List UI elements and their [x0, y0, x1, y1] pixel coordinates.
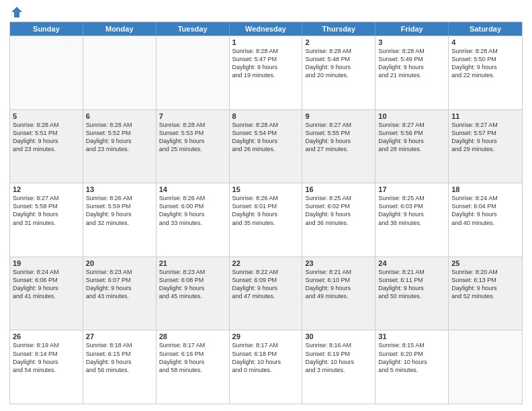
- day-number: 11: [451, 112, 519, 120]
- table-row: 29Sunrise: 8:17 AMSunset: 6:18 PMDayligh…: [230, 330, 303, 404]
- cell-info: Daylight: 10 hours: [232, 358, 300, 366]
- cell-info: Sunrise: 8:16 AM: [305, 341, 372, 349]
- cell-info: Sunrise: 8:17 AM: [159, 341, 226, 349]
- cell-info: and 27 minutes.: [305, 145, 372, 153]
- table-row: 28Sunrise: 8:17 AMSunset: 6:16 PMDayligh…: [157, 330, 230, 404]
- day-number: 12: [13, 185, 80, 193]
- svg-marker-0: [11, 7, 22, 17]
- cell-info: and 23 minutes.: [86, 145, 153, 153]
- header: [9, 7, 523, 16]
- cell-info: and 45 minutes.: [159, 292, 226, 300]
- table-row: 3Sunrise: 8:28 AMSunset: 5:49 PMDaylight…: [375, 36, 449, 109]
- cell-info: and 0 minutes.: [232, 366, 300, 374]
- cell-info: Sunrise: 8:28 AM: [451, 47, 519, 55]
- cell-info: Daylight: 9 hours: [159, 210, 226, 218]
- cell-info: Sunrise: 8:28 AM: [232, 121, 300, 129]
- day-number: 15: [232, 185, 300, 193]
- day-number: 22: [232, 259, 300, 267]
- day-number: 9: [305, 112, 372, 120]
- day-number: 28: [159, 332, 226, 340]
- cell-info: Daylight: 9 hours: [378, 284, 445, 292]
- cell-info: Sunset: 5:47 PM: [232, 55, 300, 63]
- day-number: 17: [378, 185, 445, 193]
- table-row: [83, 36, 157, 109]
- header-saturday: Saturday: [449, 22, 522, 36]
- table-row: 23Sunrise: 8:21 AMSunset: 6:10 PMDayligh…: [302, 257, 375, 330]
- cell-info: Daylight: 10 hours: [305, 358, 372, 366]
- cell-info: Sunrise: 8:21 AM: [305, 268, 372, 276]
- table-row: 2Sunrise: 8:28 AMSunset: 5:48 PMDaylight…: [302, 36, 375, 109]
- day-number: 19: [13, 259, 80, 267]
- table-row: 25Sunrise: 8:20 AMSunset: 6:13 PMDayligh…: [449, 257, 522, 330]
- cell-info: Sunrise: 8:28 AM: [232, 47, 300, 55]
- week-row-0: 1Sunrise: 8:28 AMSunset: 5:47 PMDaylight…: [10, 36, 522, 109]
- calendar-header: Sunday Monday Tuesday Wednesday Thursday…: [10, 22, 522, 36]
- cell-info: Sunrise: 8:28 AM: [305, 47, 372, 55]
- day-number: 3: [378, 38, 445, 46]
- cell-info: Daylight: 9 hours: [378, 63, 445, 71]
- cell-info: and 56 minutes.: [86, 366, 153, 374]
- table-row: [449, 330, 522, 404]
- cell-info: Sunset: 6:02 PM: [305, 202, 372, 210]
- cell-info: Sunrise: 8:28 AM: [13, 121, 80, 129]
- table-row: 11Sunrise: 8:27 AMSunset: 5:57 PMDayligh…: [449, 110, 522, 183]
- cell-info: Daylight: 9 hours: [305, 63, 372, 71]
- cell-info: Daylight: 9 hours: [13, 358, 80, 366]
- cell-info: Daylight: 9 hours: [232, 137, 300, 145]
- table-row: 9Sunrise: 8:27 AMSunset: 5:55 PMDaylight…: [302, 110, 375, 183]
- table-row: 12Sunrise: 8:27 AMSunset: 5:58 PMDayligh…: [10, 183, 83, 257]
- table-row: 20Sunrise: 8:23 AMSunset: 6:07 PMDayligh…: [83, 257, 157, 330]
- day-number: 30: [305, 332, 372, 340]
- cell-info: Sunrise: 8:27 AM: [305, 121, 372, 129]
- week-row-3: 19Sunrise: 8:24 AMSunset: 6:06 PMDayligh…: [10, 257, 522, 330]
- day-number: 25: [451, 259, 519, 267]
- cell-info: Daylight: 9 hours: [159, 137, 226, 145]
- cell-info: and 25 minutes.: [159, 145, 226, 153]
- cell-info: and 41 minutes.: [13, 292, 80, 300]
- table-row: 14Sunrise: 8:26 AMSunset: 6:00 PMDayligh…: [157, 183, 230, 257]
- table-row: 30Sunrise: 8:16 AMSunset: 6:19 PMDayligh…: [302, 330, 375, 404]
- table-row: 13Sunrise: 8:26 AMSunset: 5:59 PMDayligh…: [83, 183, 157, 257]
- cell-info: Sunset: 6:04 PM: [451, 202, 519, 210]
- day-number: 5: [13, 112, 80, 120]
- day-number: 7: [159, 112, 226, 120]
- cell-info: Sunrise: 8:24 AM: [13, 268, 80, 276]
- cell-info: Daylight: 9 hours: [159, 358, 226, 366]
- cell-info: Sunset: 5:50 PM: [451, 55, 519, 63]
- day-number: 6: [86, 112, 153, 120]
- cell-info: and 23 minutes.: [13, 145, 80, 153]
- cell-info: and 32 minutes.: [86, 219, 153, 227]
- logo: [9, 7, 24, 16]
- cell-info: and 26 minutes.: [232, 145, 300, 153]
- cell-info: Sunset: 5:59 PM: [86, 202, 153, 210]
- cell-info: Sunrise: 8:26 AM: [159, 194, 226, 202]
- calendar-body: 1Sunrise: 8:28 AMSunset: 5:47 PMDaylight…: [10, 36, 522, 404]
- cell-info: Daylight: 9 hours: [378, 210, 445, 218]
- table-row: 15Sunrise: 8:26 AMSunset: 6:01 PMDayligh…: [230, 183, 303, 257]
- header-friday: Friday: [375, 22, 449, 36]
- cell-info: and 31 minutes.: [13, 219, 80, 227]
- day-number: 16: [305, 185, 372, 193]
- cell-info: Sunrise: 8:19 AM: [13, 341, 80, 349]
- day-number: 26: [13, 332, 80, 340]
- table-row: 4Sunrise: 8:28 AMSunset: 5:50 PMDaylight…: [449, 36, 522, 109]
- cell-info: Sunset: 6:10 PM: [305, 276, 372, 284]
- cell-info: Daylight: 9 hours: [86, 284, 153, 292]
- cell-info: and 52 minutes.: [451, 292, 519, 300]
- table-row: 8Sunrise: 8:28 AMSunset: 5:54 PMDaylight…: [230, 110, 303, 183]
- cell-info: Daylight: 10 hours: [378, 358, 445, 366]
- cell-info: Sunset: 6:09 PM: [232, 276, 300, 284]
- cell-info: Sunrise: 8:15 AM: [378, 341, 445, 349]
- cell-info: Sunrise: 8:27 AM: [451, 121, 519, 129]
- page: Sunday Monday Tuesday Wednesday Thursday…: [0, 0, 532, 411]
- cell-info: Sunrise: 8:26 AM: [86, 194, 153, 202]
- cell-info: Daylight: 9 hours: [86, 137, 153, 145]
- table-row: 22Sunrise: 8:22 AMSunset: 6:09 PMDayligh…: [230, 257, 303, 330]
- cell-info: Sunset: 6:15 PM: [86, 350, 153, 358]
- day-number: 18: [451, 185, 519, 193]
- cell-info: and 35 minutes.: [232, 219, 300, 227]
- cell-info: Sunset: 6:20 PM: [378, 350, 445, 358]
- cell-info: Daylight: 9 hours: [13, 284, 80, 292]
- cell-info: and 33 minutes.: [159, 219, 226, 227]
- week-row-1: 5Sunrise: 8:28 AMSunset: 5:51 PMDaylight…: [10, 109, 522, 183]
